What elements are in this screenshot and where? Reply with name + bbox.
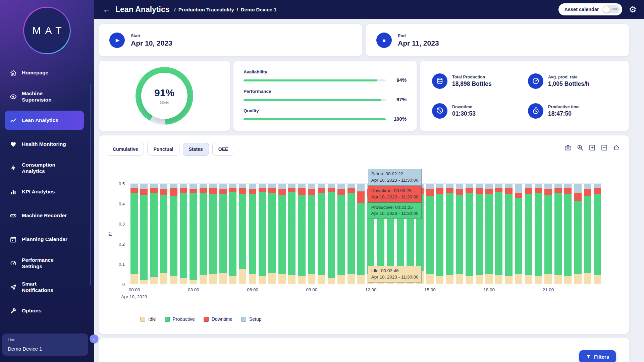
bar-07:00[interactable] — [268, 184, 276, 284]
tab-punctual[interactable]: Punctual — [147, 143, 179, 156]
idle-tooltip: Idle: 00:02:46Apr 10, 2023 - 11:30:00 — [368, 266, 422, 283]
legend-item-productive[interactable]: Productive — [165, 316, 195, 322]
bar-07:30[interactable] — [278, 184, 286, 284]
bar-segment-downtime — [515, 193, 522, 198]
bar-segment-downtime — [456, 189, 463, 195]
bar-02:30[interactable] — [180, 184, 187, 284]
bar-20:00[interactable] — [525, 184, 532, 284]
productive-icon — [532, 107, 540, 115]
bar-03:00[interactable] — [190, 184, 197, 284]
bar-17:30[interactable] — [476, 184, 483, 284]
sidebar-item-planning-calendar[interactable]: Planning Calendar — [5, 230, 84, 249]
legend-item-downtime[interactable]: Downtime — [204, 316, 232, 322]
device-card[interactable]: Line Demo Device 1 — [2, 334, 88, 356]
tab-states[interactable]: States — [183, 143, 209, 156]
bar-23:30[interactable] — [594, 184, 601, 284]
stat-text: Downtime01:30:53 — [452, 105, 476, 117]
sidebar-scrollbar[interactable] — [90, 84, 91, 285]
bar-06:00[interactable] — [249, 184, 256, 284]
bar-segment-productive — [347, 193, 355, 274]
filters-button[interactable]: Filters — [579, 350, 616, 362]
bar-01:00[interactable] — [150, 184, 158, 284]
bar-21:30[interactable] — [554, 184, 562, 284]
breadcrumb-demo-device-1[interactable]: Demo Device 1 — [241, 7, 277, 12]
sidebar-item-label: Planning Calendar — [22, 236, 69, 242]
oee-gauge: 91% OEE — [136, 67, 193, 125]
sidebar-item-smart-notifications[interactable]: Smart Notifications — [5, 277, 84, 297]
bar-segment-productive — [426, 196, 434, 274]
zoom-button[interactable] — [577, 144, 584, 151]
bar-04:30[interactable] — [219, 184, 227, 284]
bar-21:00[interactable] — [544, 184, 552, 284]
bar-22:30[interactable] — [574, 184, 582, 284]
bar-segment-productive — [564, 194, 572, 276]
breadcrumb-production-traceability[interactable]: Production Traceability — [178, 7, 234, 12]
bar-08:30[interactable] — [298, 184, 306, 284]
bar-11:00[interactable] — [347, 184, 355, 284]
asset-calendar-toggle[interactable]: OFF — [602, 5, 620, 13]
breadcrumb-separator: / — [237, 7, 238, 12]
bar-17:00[interactable] — [466, 184, 473, 284]
bar-segment-downtime — [150, 188, 158, 193]
bar-11:30[interactable] — [357, 184, 365, 284]
bar-10:00[interactable] — [328, 184, 335, 284]
asset-calendar-pill[interactable]: Asset calendar OFF — [558, 3, 622, 15]
sidebar-collapse-button[interactable]: ‹ — [90, 335, 98, 343]
bar-19:00[interactable] — [505, 184, 513, 284]
sidebar-item-machine-recorder[interactable]: Machine Recorder — [5, 206, 84, 225]
sidebar-item-options[interactable]: Options — [5, 301, 84, 320]
bar-00:30[interactable] — [140, 184, 148, 284]
bar-04:00[interactable] — [209, 184, 217, 284]
bar-18:00[interactable] — [485, 184, 493, 284]
zoom-in-button[interactable] — [589, 144, 596, 151]
bar-15:00[interactable] — [426, 184, 434, 284]
back-button[interactable]: ← — [103, 5, 111, 13]
bar-segment-idle — [337, 275, 345, 284]
bar-16:00[interactable] — [446, 184, 453, 284]
sidebar-item-homepage[interactable]: Homepage — [5, 63, 84, 82]
bar-20:30[interactable] — [535, 184, 542, 284]
legend-label: Idle — [148, 316, 156, 322]
sidebar-item-machine-supervision[interactable]: Machine Supervision — [5, 87, 84, 106]
bar-22:00[interactable] — [564, 184, 572, 284]
bar-05:30[interactable] — [239, 184, 246, 284]
reset-home-button[interactable] — [613, 144, 620, 151]
bar-segment-setup — [446, 184, 453, 188]
bar-segment-idle — [525, 275, 532, 284]
legend-item-idle[interactable]: Idle — [140, 316, 156, 322]
bar-09:00[interactable] — [308, 184, 315, 284]
sidebar-item-consumption-analytics[interactable]: Consumption Analytics — [5, 158, 84, 178]
tab-oee[interactable]: OEE — [212, 143, 234, 156]
sidebar-item-health-monitoring[interactable]: Health Monitoring — [5, 134, 84, 154]
bar-09:30[interactable] — [318, 184, 325, 284]
sidebar-item-label: Machine Supervision — [22, 90, 69, 103]
bar-03:30[interactable] — [200, 184, 207, 284]
bar-00:00[interactable] — [130, 184, 138, 284]
bar-18:30[interactable] — [495, 184, 502, 284]
sidebar-item-lean-analytics[interactable]: Lean Analytics — [5, 111, 84, 130]
bar-16:30[interactable] — [456, 184, 463, 284]
bar-06:30[interactable] — [259, 184, 266, 284]
bar-segment-setup — [337, 184, 345, 189]
bar-05:00[interactable] — [229, 184, 236, 284]
settings-gear-icon[interactable]: ⚙ — [629, 5, 637, 14]
zoom-out-button[interactable] — [601, 144, 608, 151]
legend-item-setup[interactable]: Setup — [241, 316, 262, 322]
chart-plot: hr 00.10.20.30.40.5 00:0003:0006:0009:00… — [129, 184, 602, 284]
x-tick-label: 18:00 — [483, 287, 495, 292]
bar-23:00[interactable] — [584, 184, 591, 284]
camera-button[interactable] — [565, 144, 572, 151]
sidebar-item-performance-settings[interactable]: Performance Settings — [5, 253, 84, 273]
bar-01:30[interactable] — [160, 184, 167, 284]
tab-cumulative[interactable]: Cumulative — [107, 143, 144, 156]
bar-19:30[interactable] — [515, 184, 522, 284]
bar-08:00[interactable] — [288, 184, 296, 284]
sidebar-item-kpi-analytics[interactable]: KPI Analytics — [5, 182, 84, 201]
bar-segment-downtime — [130, 188, 138, 193]
bar-15:30[interactable] — [436, 184, 443, 284]
bar-segment-setup — [229, 184, 236, 188]
bar-02:00[interactable] — [170, 184, 177, 284]
bar-segment-idle — [495, 275, 502, 284]
bar-segment-productive — [476, 194, 483, 275]
bar-10:30[interactable] — [337, 184, 345, 284]
